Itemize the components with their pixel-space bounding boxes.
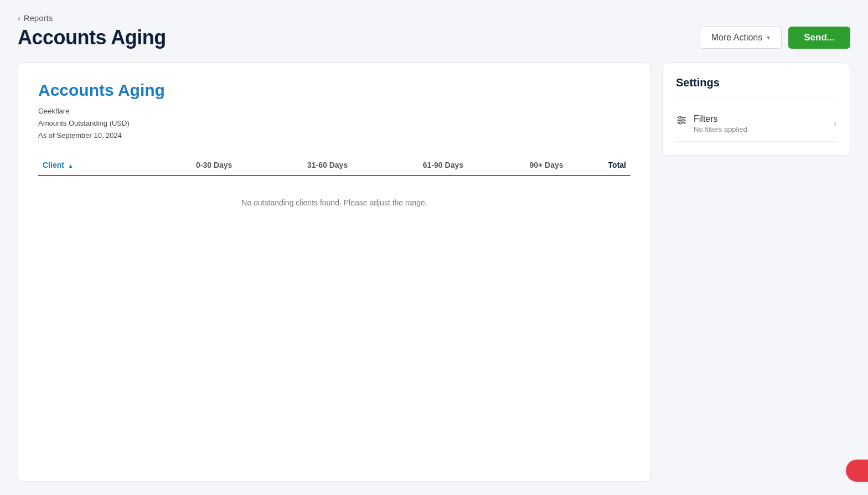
sort-icon: ▲	[68, 163, 74, 169]
filters-label: Filters	[694, 114, 747, 124]
filters-item-left: Filters No filters applied	[676, 114, 747, 133]
col-0-30-header: 0-30 Days	[131, 155, 237, 176]
svg-point-5	[679, 122, 681, 124]
report-panel: Accounts Aging Geekflare Amounts Outstan…	[18, 63, 651, 482]
svg-point-4	[682, 119, 684, 121]
header-actions: More Actions ▾ Send...	[700, 27, 850, 49]
col-client-header[interactable]: Client ▲	[38, 155, 131, 176]
filters-sublabel: No filters applied	[694, 125, 747, 133]
report-title: Accounts Aging	[38, 81, 631, 100]
filters-text: Filters No filters applied	[694, 114, 747, 133]
main-layout: Accounts Aging Geekflare Amounts Outstan…	[18, 63, 850, 482]
more-actions-button[interactable]: More Actions ▾	[700, 27, 782, 49]
col-61-90-header: 61-90 Days	[352, 155, 468, 176]
settings-title: Settings	[676, 76, 836, 97]
col-31-60-header: 31-60 Days	[236, 155, 352, 176]
page-header: Accounts Aging More Actions ▾ Send...	[18, 26, 850, 49]
report-meta: Geekflare Amounts Outstanding (USD) As o…	[38, 105, 631, 142]
report-company: Geekflare	[38, 105, 631, 117]
support-button[interactable]	[846, 460, 868, 482]
svg-point-3	[679, 116, 681, 118]
filters-chevron-icon: ›	[834, 119, 836, 129]
col-total-header: Total	[568, 155, 631, 176]
breadcrumb-reports-link[interactable]: Reports	[24, 13, 53, 23]
send-button[interactable]: Send...	[788, 27, 850, 49]
settings-panel: Settings	[662, 63, 850, 156]
back-chevron-icon: ‹	[18, 14, 20, 23]
col-90plus-header: 90+ Days	[468, 155, 568, 176]
breadcrumb: ‹ Reports	[18, 13, 850, 23]
more-actions-label: More Actions	[711, 33, 762, 43]
filters-item[interactable]: Filters No filters applied ›	[676, 106, 836, 142]
report-subtitle: Amounts Outstanding (USD)	[38, 117, 631, 130]
report-table: Client ▲ 0-30 Days 31-60 Days 61-90 Days…	[38, 155, 631, 229]
report-date: As of September 10, 2024	[38, 130, 631, 142]
filter-icon	[676, 115, 687, 128]
page-title: Accounts Aging	[18, 26, 166, 49]
empty-message: No outstanding clients found. Please adj…	[38, 176, 631, 229]
more-actions-chevron-icon: ▾	[767, 34, 770, 42]
